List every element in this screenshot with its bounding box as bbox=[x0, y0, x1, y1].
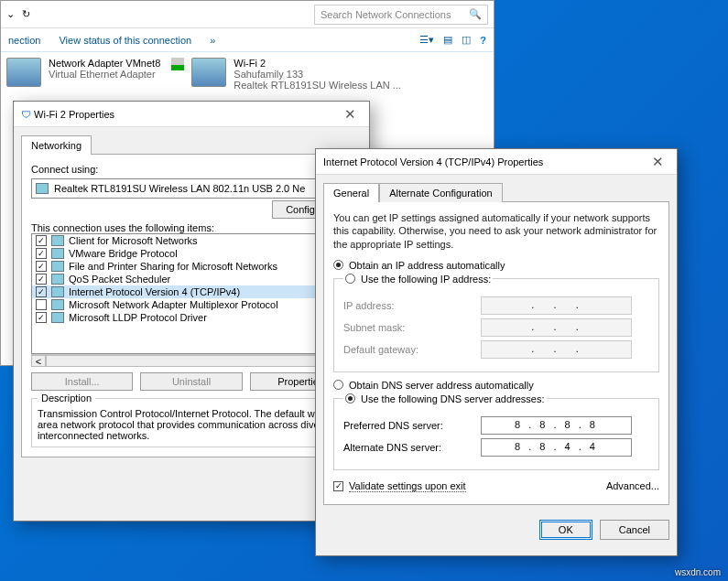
item-label: Microsoft Network Adapter Multiplexor Pr… bbox=[69, 299, 278, 310]
adapter-field: Realtek RTL8191SU Wireless LAN 802.11n U… bbox=[31, 178, 352, 199]
protocol-list[interactable]: ✓Client for Microsoft Networks✓VMware Br… bbox=[31, 233, 352, 354]
item-label: Microsoft LLDP Protocol Driver bbox=[69, 312, 207, 323]
checkbox-icon[interactable]: ✓ bbox=[36, 261, 47, 272]
view-status-link[interactable]: View status of this connection bbox=[59, 35, 191, 46]
tab-networking[interactable]: Networking bbox=[21, 135, 92, 155]
list-icon[interactable]: ▤ bbox=[443, 34, 452, 46]
close-icon[interactable]: ✕ bbox=[647, 154, 669, 170]
cancel-button[interactable]: Cancel bbox=[600, 520, 669, 540]
ok-button[interactable]: OK bbox=[539, 520, 592, 540]
gw-field: . . . bbox=[481, 340, 632, 359]
signal-icon bbox=[171, 58, 184, 70]
adapter-wifi2[interactable]: Wi-Fi 2 Sahufamily 133 Realtek RTL8191SU… bbox=[166, 52, 407, 96]
adapter-vmnet8[interactable]: Network Adapter VMnet8 Virtual Ethernet … bbox=[1, 52, 166, 96]
checkbox-icon[interactable] bbox=[36, 299, 47, 310]
list-item[interactable]: ✓File and Printer Sharing for Microsoft … bbox=[32, 260, 351, 273]
gw-label: Default gateway: bbox=[343, 344, 481, 355]
list-item[interactable]: ✓Microsoft LLDP Protocol Driver bbox=[32, 311, 351, 324]
item-label: File and Printer Sharing for Microsoft N… bbox=[69, 261, 277, 272]
item-label: Client for Microsoft Networks bbox=[69, 235, 198, 246]
watermark: wsxdn.com bbox=[675, 567, 721, 577]
adapter-icon bbox=[6, 58, 41, 87]
help-icon[interactable]: ? bbox=[480, 35, 486, 46]
list-item[interactable]: Microsoft Network Adapter Multiplexor Pr… bbox=[32, 298, 351, 311]
shield-icon: 🛡 bbox=[21, 109, 31, 120]
checkbox-icon[interactable]: ✓ bbox=[36, 235, 47, 246]
dropdown-icon[interactable]: ⌄ bbox=[6, 8, 15, 20]
adapter-sub: Virtual Ethernet Adapter bbox=[49, 69, 160, 80]
radio-use-dns[interactable]: Use the following DNS server addresses: bbox=[343, 393, 547, 404]
protocol-icon bbox=[51, 312, 64, 323]
command-bar: nection View status of this connection »… bbox=[1, 28, 494, 52]
ip-field: . . . bbox=[481, 296, 632, 315]
protocol-icon bbox=[51, 274, 64, 285]
checkbox-icon[interactable]: ✓ bbox=[36, 312, 47, 323]
dialog-title: Internet Protocol Version 4 (TCP/IPv4) P… bbox=[323, 156, 543, 167]
description-label: Description bbox=[38, 393, 95, 403]
protocol-icon bbox=[51, 286, 64, 297]
details-icon[interactable]: ◫ bbox=[462, 34, 471, 46]
connect-using-label: Connect using: bbox=[31, 164, 352, 175]
dns1-field[interactable]: 8 . 8 . 8 . 8 bbox=[481, 416, 632, 435]
search-icon: 🔍 bbox=[469, 8, 482, 20]
protocol-icon bbox=[51, 261, 64, 272]
item-label: Internet Protocol Version 4 (TCP/IPv4) bbox=[69, 286, 240, 297]
list-item[interactable]: ✓Client for Microsoft Networks bbox=[32, 234, 351, 247]
nav-link[interactable]: nection bbox=[8, 35, 40, 46]
adapter-device: Realtek RTL8191SU Wireless LAN ... bbox=[234, 80, 401, 91]
list-item[interactable]: ✓QoS Packet Scheduler bbox=[32, 273, 351, 285]
uninstall-button[interactable]: Uninstall bbox=[140, 372, 242, 391]
search-input[interactable]: Search Network Connections 🔍 bbox=[314, 5, 488, 25]
list-item[interactable]: ✓Internet Protocol Version 4 (TCP/IPv4) bbox=[32, 285, 351, 298]
dialog-title: Wi-Fi 2 Properties bbox=[34, 109, 114, 120]
radio-use-ip[interactable]: Use the following IP address: bbox=[343, 274, 493, 285]
protocol-icon bbox=[51, 248, 64, 259]
adapter-name: Realtek RTL8191SU Wireless LAN 802.11n U… bbox=[54, 183, 305, 194]
items-label: This connection uses the following items… bbox=[31, 222, 352, 233]
view-icon[interactable]: ☰▾ bbox=[419, 34, 434, 46]
list-item[interactable]: ✓VMware Bridge Protocol bbox=[32, 247, 351, 260]
adapter-icon bbox=[191, 58, 226, 87]
advanced-button[interactable]: Advanced... bbox=[606, 480, 659, 491]
validate-checkbox[interactable]: ✓Validate settings upon exit bbox=[333, 480, 466, 492]
refresh-icon[interactable]: ↻ bbox=[22, 8, 30, 20]
mask-field: . . . bbox=[481, 318, 632, 337]
address-bar: ⌄ ↻ Search Network Connections 🔍 bbox=[1, 1, 494, 28]
description-text: Transmission Control Protocol/Internet P… bbox=[38, 408, 345, 441]
tab-general[interactable]: General bbox=[323, 183, 379, 202]
desc-text: You can get IP settings assigned automat… bbox=[333, 211, 659, 251]
install-button[interactable]: Install... bbox=[31, 372, 133, 391]
close-icon[interactable]: ✕ bbox=[339, 106, 362, 123]
checkbox-icon[interactable]: ✓ bbox=[36, 248, 47, 259]
adapter-title: Network Adapter VMnet8 bbox=[49, 58, 160, 69]
protocol-icon bbox=[51, 235, 64, 246]
dns2-field[interactable]: 8 . 8 . 4 . 4 bbox=[481, 438, 632, 457]
protocol-icon bbox=[51, 299, 64, 310]
item-label: QoS Packet Scheduler bbox=[69, 274, 170, 285]
adapter-sub: Sahufamily 133 bbox=[234, 69, 401, 80]
search-placeholder: Search Network Connections bbox=[321, 9, 451, 20]
adapter-title: Wi-Fi 2 bbox=[234, 58, 401, 69]
scrollbar[interactable]: <> bbox=[31, 354, 352, 367]
checkbox-icon[interactable]: ✓ bbox=[36, 274, 47, 285]
tab-alternate[interactable]: Alternate Configuration bbox=[379, 183, 503, 202]
radio-obtain-dns[interactable]: Obtain DNS server address automatically bbox=[333, 380, 659, 391]
radio-obtain-ip[interactable]: Obtain an IP address automatically bbox=[333, 260, 659, 271]
ip-label: IP address: bbox=[343, 300, 481, 311]
item-label: VMware Bridge Protocol bbox=[69, 248, 178, 259]
dns2-label: Alternate DNS server: bbox=[343, 442, 481, 453]
mask-label: Subnet mask: bbox=[343, 322, 481, 333]
dns1-label: Preferred DNS server: bbox=[343, 420, 481, 431]
checkbox-icon[interactable]: ✓ bbox=[36, 286, 47, 297]
nic-icon bbox=[36, 183, 49, 194]
ipv4-properties-dialog: Internet Protocol Version 4 (TCP/IPv4) P… bbox=[315, 148, 678, 556]
